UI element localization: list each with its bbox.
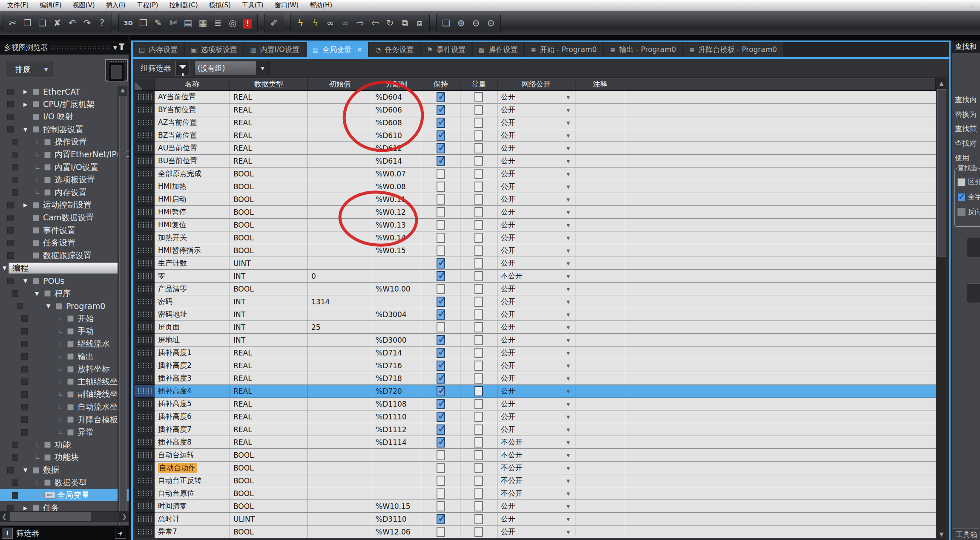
collapse-arrow-icon[interactable]: ▶ bbox=[23, 505, 27, 511]
cell-at-address[interactable]: %D606 bbox=[372, 104, 421, 116]
cell-network-publish[interactable]: 公开▼ bbox=[497, 244, 575, 257]
cell-data-type[interactable]: REAL bbox=[230, 372, 308, 385]
chevron-down-icon[interactable]: ▼ bbox=[566, 351, 570, 355]
cell-comment[interactable] bbox=[575, 167, 625, 180]
cell-comment[interactable] bbox=[575, 91, 625, 104]
cell-name[interactable]: HMI复位 bbox=[155, 219, 230, 231]
cell-comment[interactable] bbox=[575, 283, 625, 295]
cell-comment[interactable] bbox=[575, 231, 625, 244]
collapse-arrow-icon[interactable]: ▼ bbox=[23, 467, 27, 473]
cell-at-address[interactable] bbox=[372, 295, 421, 308]
cut-icon[interactable]: ✂ bbox=[5, 14, 20, 32]
cell-initial-value[interactable] bbox=[308, 155, 372, 167]
cell-data-type[interactable]: BOOL bbox=[230, 283, 308, 295]
collapse-arrow-icon[interactable]: ▶ bbox=[23, 89, 27, 95]
tree-item[interactable]: ▶运动控制设置 bbox=[0, 199, 129, 211]
constant-checkbox[interactable] bbox=[474, 514, 483, 524]
cell-data-type[interactable]: REAL bbox=[230, 104, 308, 116]
cell-data-type[interactable]: BOOL bbox=[230, 231, 308, 244]
constant-checkbox[interactable] bbox=[474, 130, 483, 141]
constant-checkbox[interactable] bbox=[474, 437, 483, 448]
cell-data-type[interactable]: BOOL bbox=[230, 206, 308, 219]
cell-comment[interactable] bbox=[575, 347, 625, 359]
tab-item[interactable]: ▩操作设置 bbox=[473, 42, 523, 57]
chevron-down-icon[interactable]: ▼ bbox=[566, 210, 570, 215]
row-handle[interactable] bbox=[135, 334, 155, 347]
zoom-100-icon[interactable]: ⊙ bbox=[483, 14, 498, 32]
collapse-arrow-icon[interactable]: ▼ bbox=[23, 278, 27, 284]
constant-checkbox[interactable] bbox=[474, 309, 483, 320]
retain-checkbox[interactable] bbox=[437, 476, 445, 486]
row-handle[interactable] bbox=[135, 295, 155, 308]
table-vertical-scrollbar[interactable]: ▲ ▼ bbox=[936, 78, 947, 540]
stop-monitor-icon[interactable]: ∞ bbox=[338, 14, 353, 32]
cell-network-publish[interactable]: 公开▼ bbox=[497, 347, 575, 359]
cell-network-publish[interactable]: 不公开▼ bbox=[497, 449, 575, 462]
retain-checkbox[interactable] bbox=[437, 233, 445, 243]
cell-at-address[interactable]: %W10.00 bbox=[372, 283, 421, 295]
cell-initial-value[interactable] bbox=[308, 385, 372, 398]
retain-checkbox[interactable] bbox=[437, 118, 445, 128]
cell-data-type[interactable]: INT bbox=[230, 295, 308, 308]
search-all-icon[interactable]: ◎ bbox=[225, 14, 240, 32]
constant-checkbox[interactable] bbox=[474, 284, 483, 294]
cell-name[interactable]: 加热开关 bbox=[155, 231, 230, 244]
cell-network-publish[interactable]: 公开▼ bbox=[497, 410, 575, 423]
cell-name[interactable]: AZ当前位置 bbox=[155, 116, 230, 129]
retain-checkbox[interactable] bbox=[437, 207, 445, 217]
retain-checkbox[interactable] bbox=[437, 297, 445, 307]
tab-item[interactable]: ▥内置I/O设置 bbox=[244, 42, 305, 57]
cell-initial-value[interactable] bbox=[308, 116, 372, 129]
cell-data-type[interactable]: REAL bbox=[230, 116, 308, 129]
row-handle[interactable] bbox=[135, 347, 155, 359]
cell-at-address[interactable]: %D1114 bbox=[372, 436, 421, 449]
cell-initial-value[interactable] bbox=[308, 372, 372, 385]
constant-checkbox[interactable] bbox=[474, 169, 483, 179]
cell-at-address[interactable]: %W0.13 bbox=[372, 219, 421, 231]
chevron-down-icon[interactable]: ▼ bbox=[566, 146, 570, 151]
controller-selector[interactable]: 排废 ▼ bbox=[7, 61, 53, 78]
cell-name[interactable]: 屏地址 bbox=[155, 334, 230, 347]
collapse-arrow-icon[interactable]: ▼ bbox=[46, 303, 50, 309]
retain-checkbox[interactable] bbox=[437, 169, 445, 179]
cell-data-type[interactable]: BOOL bbox=[230, 167, 308, 180]
cell-data-type[interactable]: INT bbox=[230, 321, 308, 334]
cell-network-publish[interactable]: 公开▼ bbox=[497, 91, 575, 104]
tab-item[interactable]: ≣开始 - Program0 bbox=[525, 42, 603, 57]
replace-button[interactable] bbox=[967, 283, 980, 303]
delete-icon[interactable]: ✘ bbox=[50, 14, 65, 32]
row-handle[interactable] bbox=[135, 513, 155, 526]
scroll-left-icon[interactable]: ❮ bbox=[0, 511, 9, 522]
zoom-in-icon[interactable]: ⊕ bbox=[454, 14, 468, 32]
row-handle[interactable] bbox=[135, 385, 155, 398]
cell-data-type[interactable]: REAL bbox=[230, 347, 308, 359]
cell-initial-value[interactable] bbox=[308, 91, 372, 104]
row-handle[interactable] bbox=[135, 270, 155, 283]
cell-comment[interactable] bbox=[575, 206, 625, 219]
chevron-down-icon[interactable]: ▼ bbox=[566, 364, 570, 368]
row-handle[interactable] bbox=[135, 104, 155, 116]
cell-data-type[interactable]: REAL bbox=[230, 155, 308, 167]
chevron-down-icon[interactable]: ▼ bbox=[566, 312, 570, 317]
cell-initial-value[interactable] bbox=[308, 308, 372, 321]
row-handle[interactable] bbox=[135, 180, 155, 193]
cell-initial-value[interactable] bbox=[308, 462, 372, 474]
retain-checkbox[interactable] bbox=[437, 514, 445, 524]
cell-name[interactable]: 自动台运转 bbox=[155, 449, 230, 462]
cell-network-publish[interactable]: 公开▼ bbox=[497, 526, 575, 538]
retain-checkbox[interactable] bbox=[437, 501, 445, 511]
row-handle[interactable] bbox=[135, 283, 155, 295]
menu-item[interactable]: 窗口(W) bbox=[269, 0, 305, 11]
retain-checkbox[interactable] bbox=[437, 309, 445, 320]
chevron-down-icon[interactable]: ▼ bbox=[566, 427, 570, 432]
menu-item[interactable]: 控制器(C) bbox=[164, 0, 203, 11]
cell-initial-value[interactable] bbox=[308, 449, 372, 462]
cell-data-type[interactable]: UINT bbox=[230, 257, 308, 270]
tree-item[interactable]: ▼编程 bbox=[0, 262, 129, 274]
retain-checkbox[interactable] bbox=[437, 182, 445, 192]
menu-item[interactable]: 编辑(E) bbox=[34, 0, 67, 11]
tree-section-header[interactable]: 编程 bbox=[9, 263, 124, 274]
cell-name[interactable]: 产品清零 bbox=[155, 283, 230, 295]
collapse-arrow-icon[interactable]: ▶ bbox=[23, 202, 27, 208]
row-handle[interactable] bbox=[135, 372, 155, 385]
